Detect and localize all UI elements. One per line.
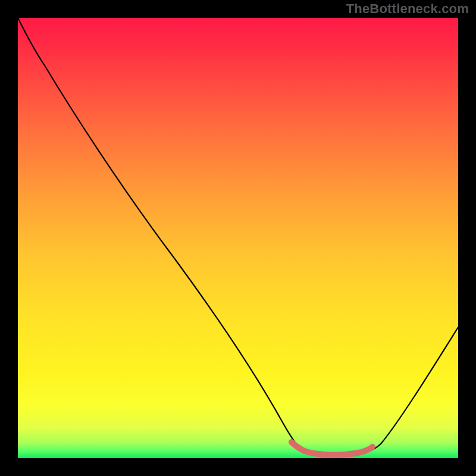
chart-svg bbox=[18, 18, 458, 458]
highlight-segment bbox=[292, 442, 372, 455]
plot-area bbox=[18, 18, 458, 458]
watermark-label: TheBottleneck.com bbox=[346, 1, 469, 17]
chart-frame: TheBottleneck.com bbox=[0, 0, 476, 476]
main-curve bbox=[18, 18, 458, 456]
